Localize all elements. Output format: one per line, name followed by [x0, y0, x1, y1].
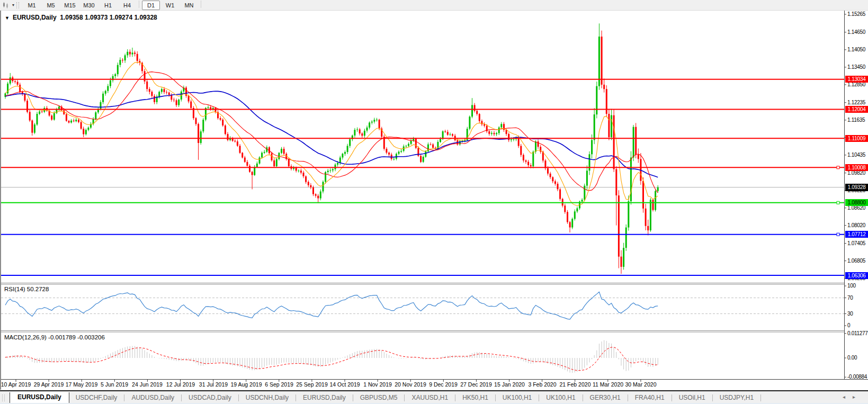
rsi-line: [5, 292, 658, 319]
rsi-pane: [1, 292, 844, 319]
tab-usdcnh-daily[interactable]: USDCNH,Daily: [239, 393, 295, 403]
tab-separator: [628, 394, 628, 401]
tab-eurusd-daily[interactable]: EURUSD,Daily: [10, 392, 69, 403]
chart-periods-icon[interactable]: ▾: [2, 2, 14, 9]
macd-pane: [5, 340, 658, 373]
ma-fast-line: [5, 62, 658, 206]
timeframe-button-d1[interactable]: D1: [142, 1, 160, 10]
tab-separator: [238, 394, 239, 401]
tab-separator: [296, 394, 296, 401]
tab-usoil-h1[interactable]: USOil,H1: [673, 393, 712, 403]
tab-separator: [672, 394, 672, 401]
ma-medium-line: [5, 72, 658, 193]
toolbar-separator: [201, 1, 201, 8]
timeframe-button-m1[interactable]: M1: [23, 1, 41, 10]
tab-audusd-daily[interactable]: AUDUSD,Daily: [125, 393, 181, 403]
tab-uk100-h1[interactable]: UK100,H1: [540, 393, 581, 403]
tabbar-grip: [2, 394, 5, 401]
tab-usdjpy-h1[interactable]: USDJPY,H1: [713, 393, 760, 403]
timeframe-button-h1[interactable]: H1: [99, 1, 117, 10]
periods-dropdown-arrow-icon[interactable]: ▾: [12, 3, 14, 7]
tab-separator: [712, 394, 713, 401]
tab-separator: [181, 394, 182, 401]
chart-tabs-bar[interactable]: EURUSD,DailyUSDCHF,DailyAUDUSD,DailyUSDC…: [0, 390, 868, 404]
tab-separator: [583, 394, 583, 401]
timeframe-button-m5[interactable]: M5: [42, 1, 60, 10]
chart-canvas[interactable]: [0, 0, 868, 404]
tab-separator: [455, 394, 455, 401]
timeframe-button-m30[interactable]: M30: [80, 1, 98, 10]
timeframe-button-mn[interactable]: MN: [180, 1, 198, 10]
tab-eurusd-daily[interactable]: EURUSD,Daily: [297, 393, 352, 403]
tabs-holder: EURUSD,DailyUSDCHF,DailyAUDUSD,DailyUSDC…: [6, 392, 762, 403]
timeframe-button-w1[interactable]: W1: [161, 1, 179, 10]
price-level-handle[interactable]: [837, 233, 839, 236]
moving-averages: [5, 62, 658, 206]
tab-separator: [760, 394, 761, 401]
timeframes-toolbar: ▾ M1M5M15M30H1H4D1W1MN: [0, 0, 868, 11]
tab-fra40-h1[interactable]: FRA40,H1: [629, 393, 671, 403]
tab-scroll-left-icon[interactable]: ◂: [843, 394, 853, 400]
tab-separator: [495, 394, 496, 401]
tab-gbpusd-m5[interactable]: GBPUSD,M5: [354, 393, 404, 403]
tab-xauusd-h1[interactable]: XAUUSD,H1: [405, 393, 454, 403]
price-level-handle[interactable]: [837, 201, 839, 204]
toolbar-grip: [16, 2, 19, 8]
toolbar-separator: [139, 1, 139, 8]
tab-usdchf-daily[interactable]: USDCHF,Daily: [69, 393, 124, 403]
tab-uk100-h1[interactable]: UK100,H1: [496, 393, 538, 403]
timeframe-button-h4[interactable]: H4: [118, 1, 136, 10]
tab-separator: [124, 394, 124, 401]
tab-separator: [404, 394, 405, 401]
mt4-window: ▾ M1M5M15M30H1H4D1W1MN ▼EURUSD,Daily 1.0…: [0, 0, 868, 404]
tab-separator: [539, 394, 539, 401]
tab-usdcad-daily[interactable]: USDCAD,Daily: [182, 393, 238, 403]
candlesticks: [5, 23, 659, 274]
timeframe-button-m15[interactable]: M15: [61, 1, 79, 10]
tab-scroll-arrows: ◂▸: [843, 394, 863, 400]
price-level-handle[interactable]: [837, 166, 839, 169]
tab-scroll-right-icon[interactable]: ▸: [853, 394, 863, 400]
tab-ger30-h1[interactable]: GER30,H1: [584, 393, 627, 403]
timeframe-buttons: M1M5M15M30H1H4D1W1MN: [22, 1, 203, 10]
tab-hk50-h1[interactable]: HK50,H1: [456, 393, 495, 403]
tab-separator: [353, 394, 353, 401]
